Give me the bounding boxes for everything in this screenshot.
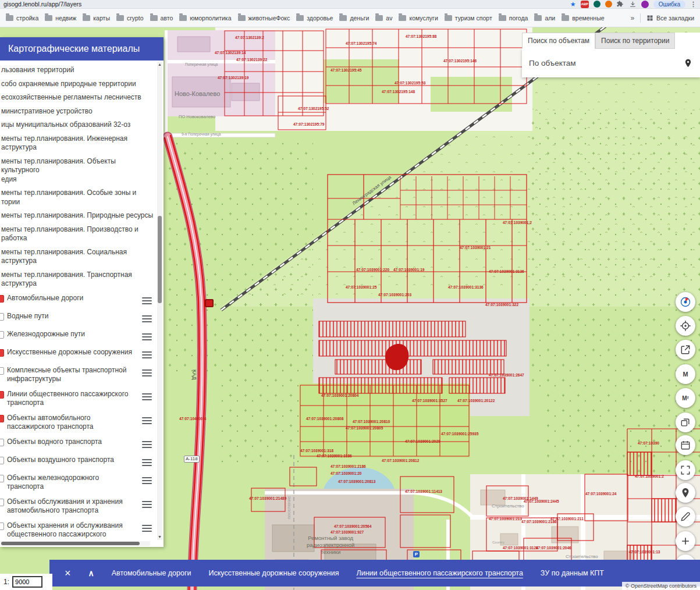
search-location-button[interactable] — [683, 58, 693, 68]
bookmark-folder[interactable]: погода — [499, 15, 528, 22]
download-icon[interactable] — [629, 1, 637, 8]
bottom-layer-link[interactable]: Линии общественного пассажирского трансп… — [357, 569, 523, 577]
open-in-new-button[interactable] — [676, 340, 695, 360]
layer-checkbox[interactable] — [0, 331, 4, 339]
layer-category-item[interactable]: менты тер.планирования. Особые зоны и то… — [1, 186, 157, 209]
layer-menu-icon[interactable] — [142, 499, 152, 510]
layer-checkbox[interactable] — [0, 457, 4, 464]
bookmark-folder[interactable]: туризм спорт — [445, 15, 492, 22]
bookmark-folder[interactable]: авто — [150, 15, 173, 22]
layer-category-item[interactable]: менты тер.планирования. Природные ресурс… — [1, 209, 157, 223]
bottom-layer-link[interactable]: Автомобильные дороги — [112, 569, 191, 577]
layer-item[interactable]: Водные пути — [1, 309, 157, 327]
layer-category-item[interactable]: собо охраняемые природные территории — [1, 77, 157, 91]
layer-checkbox[interactable] — [0, 349, 4, 357]
layer-menu-icon[interactable] — [142, 296, 152, 306]
scroll-down-icon[interactable]: ▼ — [157, 534, 162, 540]
search-input[interactable] — [529, 59, 683, 67]
measure-area-button[interactable] — [676, 388, 695, 408]
bottom-layer-link[interactable]: Искусственные дорожные сооружения — [209, 569, 339, 577]
layer-category-item[interactable]: менты тер.планирования. Инженерная астру… — [1, 132, 157, 155]
horizontal-scrollbar[interactable] — [0, 541, 150, 546]
zoom-in-button[interactable] — [676, 531, 695, 551]
marker-button[interactable] — [676, 483, 695, 503]
bottom-layer-link[interactable]: ЗУ по данным КПТ — [541, 569, 604, 577]
layer-category-item[interactable]: менты тер.планирования. Производство и р… — [1, 223, 157, 246]
bookmark-folder[interactable]: карты — [83, 15, 110, 22]
horizontal-scroll-thumb[interactable] — [1, 542, 140, 545]
extensions-puzzle-icon[interactable] — [617, 1, 624, 8]
layer-category-item[interactable]: есохозяйственные регламенты лесничеств — [1, 91, 157, 105]
layer-category-item[interactable]: льзования территорий — [1, 63, 157, 77]
layer-item[interactable]: Объекты обслуживания и хранения автомоби… — [1, 495, 157, 518]
layer-category-item[interactable]: ицы муниципальных образований 32-оз — [1, 118, 157, 132]
objects-button[interactable] — [676, 413, 695, 432]
vertical-scroll-thumb[interactable] — [158, 216, 162, 303]
bookmark-folder[interactable]: животныеФокс — [238, 15, 290, 22]
layer-checkbox[interactable] — [0, 439, 4, 446]
layer-item[interactable]: Автомобильные дороги — [1, 291, 157, 309]
draw-button[interactable] — [676, 507, 695, 527]
bookmark-folder[interactable]: av — [375, 15, 392, 22]
layer-menu-icon[interactable] — [142, 439, 152, 450]
bookmark-folder[interactable]: здоровье — [296, 15, 333, 22]
bookmark-folder[interactable]: деньги — [339, 15, 369, 22]
search-tab[interactable]: Поиск по объектам — [522, 33, 595, 49]
layer-item[interactable]: Объекты водного транспорта — [1, 435, 157, 453]
layer-menu-icon[interactable] — [142, 523, 152, 534]
map-logo-button[interactable] — [676, 292, 695, 312]
search-tab[interactable]: Поиск по территории — [595, 33, 675, 49]
close-icon[interactable]: × — [65, 568, 71, 578]
layer-item[interactable]: Объекты автомобильного пассажирского тра… — [1, 411, 157, 435]
layer-category-item[interactable]: министративное устройство — [1, 105, 157, 119]
layer-menu-icon[interactable] — [142, 350, 152, 360]
extension-icon[interactable] — [594, 1, 600, 8]
bookmark-folder[interactable]: недвиж — [45, 15, 76, 22]
layer-checkbox[interactable] — [0, 523, 4, 530]
browser-menu-icon[interactable]: ⋮ — [690, 1, 697, 8]
layer-checkbox[interactable] — [0, 415, 4, 422]
measure-length-button[interactable] — [676, 364, 695, 384]
layer-menu-icon[interactable] — [142, 457, 152, 468]
layer-checkbox[interactable] — [0, 295, 4, 303]
layer-checkbox[interactable] — [0, 313, 4, 321]
bookmarks-overflow-icon[interactable]: » — [630, 14, 634, 22]
bookmark-folder[interactable]: али — [534, 15, 555, 22]
layer-menu-icon[interactable] — [142, 475, 152, 486]
geolocation-button[interactable] — [676, 316, 695, 336]
bookmark-star-icon[interactable]: ★ — [570, 1, 576, 8]
layer-category-item[interactable]: менты тер.планирования. Социальная астру… — [1, 246, 157, 268]
layer-item[interactable]: Искусственные дорожные сооружения — [1, 345, 157, 363]
url-bar[interactable]: gisogd.lenobl.ru/app/7/layers — [3, 1, 81, 8]
layer-category-item[interactable]: менты тер.планирования. Объекты культурн… — [1, 155, 157, 187]
layer-checkbox[interactable] — [0, 499, 4, 506]
layer-checkbox[interactable] — [0, 367, 4, 375]
layer-item[interactable]: Объекты железнодорожного транспорта — [1, 471, 157, 495]
bookmark-folder[interactable]: стройка — [6, 15, 38, 22]
layer-menu-icon[interactable] — [142, 332, 152, 342]
extension-icon[interactable] — [605, 1, 612, 8]
calendar-button[interactable] — [676, 435, 695, 455]
layer-item[interactable]: Железнодорожные пути — [1, 327, 157, 345]
profile-error-button[interactable]: Ошибка — [653, 1, 685, 8]
scale-input[interactable] — [12, 576, 42, 588]
layer-menu-icon[interactable] — [142, 314, 152, 324]
layer-item[interactable]: Линии общественного пассажирского трансп… — [1, 387, 157, 411]
bookmark-folder[interactable]: комуслуги — [399, 15, 438, 22]
layer-item[interactable]: Объекты хранения и обслуживания обществе… — [1, 518, 157, 542]
fullscreen-button[interactable] — [676, 460, 695, 480]
layer-checkbox[interactable] — [0, 475, 4, 482]
adblock-extension-icon[interactable]: ABP — [581, 1, 589, 8]
layer-item[interactable]: Комплексные объекты транспортной инфраст… — [1, 363, 157, 387]
layer-menu-icon[interactable] — [142, 415, 152, 426]
profile-avatar[interactable] — [641, 1, 649, 8]
layer-category-item[interactable]: менты тер.планирования. Транспортная аст… — [1, 268, 157, 291]
bookmark-folder[interactable]: crypto — [116, 15, 144, 22]
layer-item[interactable]: Объекты воздушного транспорта — [1, 453, 157, 471]
scroll-up-icon[interactable]: ▲ — [157, 62, 162, 67]
collapse-icon[interactable]: ∧ — [88, 569, 94, 577]
bookmark-folder[interactable]: юморполитика — [179, 15, 231, 22]
vertical-scrollbar[interactable]: ▲ ▼ — [157, 62, 162, 540]
bookmark-folder[interactable]: временные — [562, 15, 604, 22]
layer-menu-icon[interactable] — [142, 392, 152, 402]
